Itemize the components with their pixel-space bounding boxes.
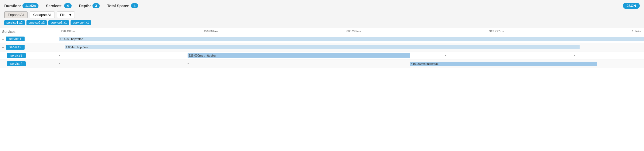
service-label: service2 [6, 45, 25, 50]
timeline-cell: 416.000ms :http:/baz [59, 60, 644, 68]
expand-toggle[interactable]: – [2, 46, 5, 49]
table-row: service3328.000ms : http:/bar [0, 51, 644, 60]
table-row: –service11.142s : http:/start [0, 35, 644, 43]
timeline-cell: 1.142s : http:/start [59, 35, 644, 43]
total-spans-value: 4 [131, 3, 138, 8]
service-tag[interactable]: service2 x3 [26, 20, 47, 25]
span-dot [59, 63, 60, 64]
service-label: service1 [6, 37, 25, 41]
span-bar[interactable]: 1.142s : http:/start [59, 37, 644, 41]
services-label: Services: [46, 4, 63, 8]
timeline-header: Services 228.432ms456.864ms685.295ms913.… [0, 28, 644, 35]
total-spans-label: Total Spans: [107, 4, 129, 8]
span-dot [574, 55, 575, 56]
timeline-ticks: 228.432ms456.864ms685.295ms913.727ms1.14… [61, 30, 644, 34]
collapse-all-button[interactable]: Collapse All [30, 11, 55, 18]
controls-row: Expand All Collapse All Filt... ▼ [4, 11, 640, 18]
filter-arrow-icon: ▼ [69, 13, 72, 17]
service-cell: service4 [0, 60, 59, 67]
span-bar[interactable]: 328.000ms : http:/bar [188, 53, 410, 58]
service-tag[interactable]: service1 x2 [4, 20, 25, 25]
expand-toggle[interactable]: – [2, 37, 5, 41]
service-tag[interactable]: service4 x1 [71, 20, 91, 25]
table-row: –service21.004s : http:/foo [0, 43, 644, 51]
filter-label: Filt... [60, 13, 67, 17]
service-tags-row: service1 x2service2 x3service3 x1service… [4, 20, 640, 25]
span-bar[interactable]: 1.004s : http:/foo [65, 45, 580, 49]
timeline-tick: 1.142s [632, 30, 641, 34]
timeline-tick: 456.864ms [204, 30, 218, 34]
timeline-tick: 685.295ms [346, 30, 361, 34]
depth-label: Depth: [79, 4, 91, 8]
depth-stat: Depth: 3 [79, 3, 100, 8]
service-label: service4 [7, 61, 26, 66]
duration-value: 1.142s [22, 3, 38, 8]
depth-value: 3 [92, 3, 100, 8]
services-stat: Services: 4 [46, 3, 72, 8]
duration-label: Duration: [4, 4, 21, 8]
trace-rows: –service11.142s : http:/start–service21.… [0, 35, 644, 68]
service-cell: service3 [0, 52, 59, 59]
expand-all-button[interactable]: Expand All [4, 11, 28, 18]
timeline-cell: 1.004s : http:/foo [59, 43, 644, 51]
timeline-section: Services 228.432ms456.864ms685.295ms913.… [0, 28, 644, 68]
service-tag[interactable]: service3 x1 [48, 20, 69, 25]
service-cell: –service1 [0, 35, 59, 42]
services-value: 4 [64, 3, 71, 8]
span-dot [445, 55, 446, 56]
span-dot [188, 63, 189, 64]
span-bar[interactable]: 416.000ms :http:/baz [410, 62, 597, 66]
duration-stat: Duration: 1.142s [4, 3, 38, 8]
timeline-cell: 328.000ms : http:/bar [59, 51, 644, 59]
span-dot [59, 55, 60, 56]
timeline-tick: 228.432ms [61, 30, 75, 34]
table-row: service4416.000ms :http:/baz [0, 60, 644, 68]
total-spans-stat: Total Spans: 4 [107, 3, 138, 8]
json-button[interactable]: JSON [623, 3, 640, 9]
col-services-header: Services [2, 30, 61, 34]
service-label: service3 [7, 53, 26, 58]
timeline-tick: 913.727ms [489, 30, 504, 34]
service-cell: –service2 [0, 44, 59, 51]
filter-button[interactable]: Filt... ▼ [57, 11, 75, 18]
